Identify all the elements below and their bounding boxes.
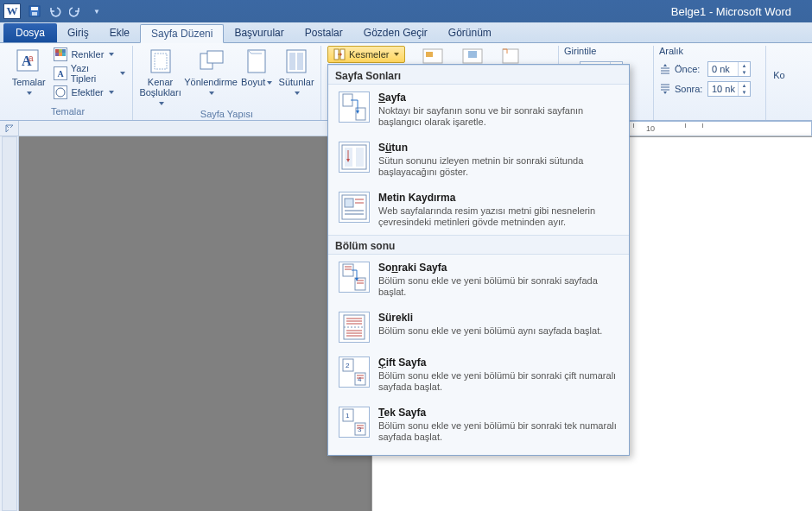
svg-rect-8 <box>62 49 66 53</box>
group-temalar: Aa Temalar Renkler A Yazı Tipleri Efektl… <box>3 46 133 120</box>
columns-icon <box>282 47 310 75</box>
colors-icon <box>54 47 67 61</box>
gitem-sayfa[interactable]: SayfaNoktayı bir sayfanın sonu ve bir so… <box>328 85 629 135</box>
yazi-tipleri-button[interactable]: A Yazı Tipleri <box>52 65 127 82</box>
fonts-icon: A <box>54 66 67 80</box>
efektler-button[interactable]: Efektler <box>52 84 127 101</box>
kenar-bosluklari-button[interactable]: Kenar Boşlukları <box>138 46 182 108</box>
svg-rect-10 <box>59 53 62 56</box>
redo-icon[interactable] <box>67 3 85 19</box>
page-break-icon <box>339 91 370 123</box>
svg-rect-21 <box>289 53 295 70</box>
aralik-once-row: Önce: 0 nk▲▼ <box>659 60 751 78</box>
tab-postalar[interactable]: Postalar <box>295 23 353 42</box>
gallery-section-bolum-sonu: Bölüm sonu <box>328 235 629 255</box>
tab-gozden-gecir[interactable]: Gözden Geçir <box>353 23 438 42</box>
svg-text:2: 2 <box>346 362 350 369</box>
group-overflow: Ko <box>766 46 792 120</box>
ruler-corner[interactable] <box>0 121 19 136</box>
partial-icon-2 <box>461 47 484 65</box>
spacing-before-icon <box>659 63 671 75</box>
svg-text:3: 3 <box>358 426 362 433</box>
continuous-section-icon <box>339 312 370 343</box>
girintile-label: Girintile <box>564 46 596 58</box>
even-page-section-icon: 24 <box>339 356 370 388</box>
overflow-button[interactable]: Ko <box>771 46 787 80</box>
tab-sayfa-duzeni[interactable]: Sayfa Düzeni <box>140 24 224 43</box>
ribbon: Aa Temalar Renkler A Yazı Tipleri Efektl… <box>0 43 812 121</box>
boyut-button[interactable]: Boyut <box>239 46 274 87</box>
text-wrap-break-icon <box>339 192 370 223</box>
group-label-temalar: Temalar <box>9 105 127 118</box>
tab-file[interactable]: Dosya <box>3 23 57 42</box>
svg-rect-27 <box>503 49 518 63</box>
svg-rect-7 <box>59 49 62 53</box>
gitem-sonraki-sayfa[interactable]: Sonraki SayfaBölüm sonu ekle ve yeni böl… <box>328 255 629 305</box>
svg-rect-48 <box>345 199 353 207</box>
sutunlar-button[interactable]: Sütunlar <box>277 46 315 98</box>
svg-rect-6 <box>55 49 59 53</box>
partial-icon-3 <box>501 47 520 65</box>
partial-icon-1 <box>422 47 444 65</box>
tab-ekle[interactable]: Ekle <box>99 23 140 42</box>
themes-icon: Aa <box>15 47 42 75</box>
gitem-cift-sayfa[interactable]: 24 Çift SayfaBölüm sonu ekle ve yeni böl… <box>328 350 629 400</box>
svg-rect-24 <box>426 52 433 57</box>
orientation-icon <box>197 47 225 75</box>
column-break-icon <box>339 142 370 173</box>
aralik-sonra-row: Sonra: 10 nk▲▼ <box>659 80 751 98</box>
tab-gorunum[interactable]: Görünüm <box>438 23 502 42</box>
size-icon <box>243 47 270 75</box>
kesmeler-gallery: Sayfa Sonları SayfaNoktayı bir sayfanın … <box>327 64 630 456</box>
aralik-once-input[interactable]: 0 nk▲▼ <box>707 61 751 77</box>
svg-point-12 <box>56 88 65 97</box>
temalar-button[interactable]: Aa Temalar <box>9 46 48 98</box>
renkler-button[interactable]: Renkler <box>52 46 127 63</box>
svg-rect-1 <box>31 7 38 10</box>
svg-rect-9 <box>55 53 59 56</box>
tab-giris[interactable]: Giriş <box>57 23 99 42</box>
kesmeler-button[interactable]: Kesmeler <box>327 46 405 63</box>
spacing-after-icon <box>659 83 671 95</box>
margins-icon <box>147 47 174 75</box>
effects-icon <box>54 85 67 99</box>
svg-text:1: 1 <box>346 412 350 420</box>
save-icon[interactable] <box>26 3 43 19</box>
svg-rect-22 <box>297 53 303 70</box>
group-sayfa-yapisi: Kenar Boşlukları Yönlendirme Boyut Sütun… <box>133 46 321 120</box>
undo-icon[interactable] <box>47 3 64 19</box>
tab-basvurular[interactable]: Başvurular <box>224 23 294 42</box>
svg-text:a: a <box>29 54 34 63</box>
qat-dropdown-icon[interactable]: ▼ <box>88 3 105 19</box>
svg-rect-2 <box>32 12 37 16</box>
odd-page-section-icon: 13 <box>339 407 370 438</box>
svg-rect-46 <box>356 148 364 167</box>
group-label-sayfa-yapisi: Sayfa Yapısı <box>138 108 315 121</box>
document-title: Belge1 - Microsoft Word <box>671 5 791 18</box>
next-page-section-icon <box>339 262 370 293</box>
breaks-icon <box>333 48 346 60</box>
gitem-tek-sayfa[interactable]: 13 Tek SayfaBölüm sonu ekle ve yeni bölü… <box>328 400 629 450</box>
svg-rect-11 <box>62 53 66 56</box>
group-aralik: Aralık Önce: 0 nk▲▼ Sonra: 10 nk▲▼ <box>654 46 766 120</box>
gitem-surekli[interactable]: SürekliBölüm sonu ekle ve yeni bölümü ay… <box>328 305 629 350</box>
ribbon-tabs: Dosya Giriş Ekle Sayfa Düzeni Başvurular… <box>0 22 812 43</box>
yonlendirme-button[interactable]: Yönlendirme <box>186 46 236 98</box>
quick-access-toolbar: ▼ <box>26 3 105 19</box>
gallery-section-sayfa-sonlari: Sayfa Sonları <box>328 65 629 85</box>
title-bar: W ▼ Belge1 - Microsoft Word <box>0 0 812 22</box>
app-icon: W <box>3 3 21 19</box>
svg-text:4: 4 <box>358 375 362 383</box>
gitem-sutun[interactable]: SütunSütun sonunu izleyen metnin bir son… <box>328 135 629 185</box>
gitem-metin-kaydirma[interactable]: Metin KaydırmaWeb sayfalarında resim yaz… <box>328 185 629 235</box>
aralik-sonra-input[interactable]: 10 nk▲▼ <box>707 81 751 97</box>
svg-rect-16 <box>207 51 223 63</box>
svg-rect-26 <box>468 51 477 58</box>
aralik-label: Aralık <box>659 46 683 58</box>
ruler-vertical[interactable] <box>0 136 19 511</box>
